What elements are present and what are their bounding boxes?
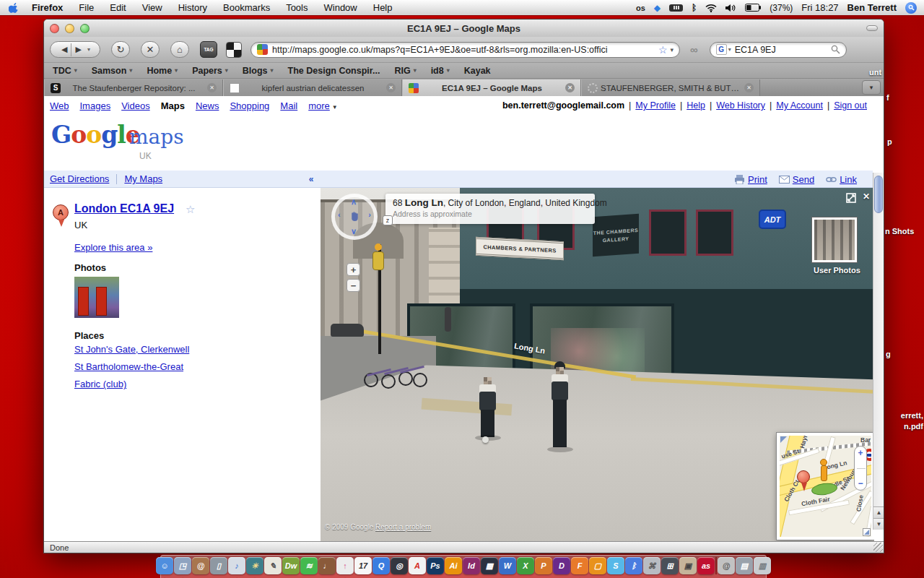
scrollbar-thumb[interactable] xyxy=(874,176,883,213)
url-text[interactable]: http://maps.google.co.uk/maps?q=EC1A+9EJ… xyxy=(272,45,655,55)
scroll-down-arrow[interactable]: ▼ xyxy=(873,518,884,530)
spotlight-icon[interactable] xyxy=(905,2,917,14)
bookmark-item[interactable]: Blogs xyxy=(243,66,274,76)
zoom-mode-button[interactable]: z xyxy=(383,215,393,225)
dock-icon-lastfm[interactable]: as xyxy=(697,557,715,578)
dock-icon-itunes[interactable]: ♪ xyxy=(228,557,245,578)
menu-tools[interactable]: Tools xyxy=(278,0,315,16)
dock-icon-ical[interactable]: 17 xyxy=(354,557,372,578)
menu-clock[interactable]: Fri 18:27 xyxy=(801,2,838,13)
dock-icon-bluetooth[interactable]: ᛒ xyxy=(625,557,642,578)
header-link[interactable]: Shopping xyxy=(230,100,269,111)
search-bar-value[interactable]: EC1A 9EJ xyxy=(735,45,831,55)
header-link[interactable]: Maps xyxy=(161,100,185,111)
device-battery-icon[interactable] xyxy=(669,4,683,12)
dock-icon-aperture[interactable]: ◎ xyxy=(391,557,408,578)
volume-icon[interactable] xyxy=(725,4,736,12)
overview-map[interactable]: Baruse StHayneLong LnMiddle StNewbury St… xyxy=(777,433,874,540)
tab-close-icon[interactable] xyxy=(565,83,575,92)
header-link[interactable]: more xyxy=(308,100,338,111)
dock-icon-flickr-uploadr[interactable]: ↑ xyxy=(336,557,354,578)
magnifier-icon[interactable] xyxy=(831,45,840,54)
report-problem-link[interactable]: Report a problem xyxy=(375,523,431,531)
desktop-icon-label[interactable]: p xyxy=(887,137,892,146)
dock-divider[interactable] xyxy=(715,557,717,578)
resize-grip[interactable] xyxy=(873,543,883,552)
pan-up-icon[interactable]: ∧ xyxy=(351,197,357,207)
search-bar[interactable]: G ▾ EC1A 9EJ xyxy=(710,42,847,58)
dock-icon-textedit[interactable]: ✎ xyxy=(264,557,282,578)
send-button[interactable]: Send xyxy=(779,174,814,185)
account-link[interactable]: My Account xyxy=(765,100,823,111)
title-bar[interactable]: EC1A 9EJ – Google Maps xyxy=(44,20,884,37)
result-star-icon[interactable]: ☆ xyxy=(186,203,195,216)
bookmark-item[interactable]: The Design Conspir... xyxy=(288,66,380,76)
menu-edit[interactable]: Edit xyxy=(102,0,134,16)
header-link[interactable]: Videos xyxy=(121,100,150,111)
fullscreen-icon[interactable] xyxy=(845,192,857,204)
dock-icon-spotify[interactable]: ≋ xyxy=(300,557,318,578)
dock-icon-iphoto[interactable]: ☀ xyxy=(246,557,263,578)
dock-icon-illustrator[interactable]: Ai xyxy=(445,557,462,578)
header-link[interactable]: News xyxy=(196,100,219,111)
dock-icon-stamp[interactable]: @ xyxy=(718,557,735,578)
photo-thumbnail[interactable] xyxy=(74,277,119,318)
stop-button[interactable]: ✕ xyxy=(141,41,160,58)
pan-right-icon[interactable]: › xyxy=(368,210,371,219)
get-directions-link[interactable]: Get Directions xyxy=(50,173,109,184)
reload-button[interactable]: ↻ xyxy=(111,41,130,58)
pan-down-icon[interactable]: ∨ xyxy=(351,227,357,236)
desktop-icon-label[interactable]: unt xyxy=(869,68,881,77)
browser-tab[interactable]: STAUFENBERGER, SMITH & BUTTE xyxy=(581,79,760,96)
dock-icon-garageband[interactable]: ♩ xyxy=(318,557,336,578)
tab-close-icon[interactable] xyxy=(386,83,396,92)
bluetooth-menu-icon[interactable]: ᛒ xyxy=(692,3,697,13)
account-link[interactable]: Sign out xyxy=(823,100,867,111)
browser-tab[interactable]: kipferl austrian delicatessen xyxy=(223,79,402,96)
dock-icon-calculator[interactable]: ⊞ xyxy=(661,557,679,578)
forward-icon[interactable]: ▶ xyxy=(71,45,84,54)
marker-pin-a[interactable]: A xyxy=(53,204,69,220)
bookmark-item[interactable]: id8 xyxy=(431,66,450,76)
browser-tab[interactable]: EC1A 9EJ – Google Maps xyxy=(402,79,581,96)
street-view-panorama[interactable]: CHAMBERS & PARTNERS THE CHAMBERS GALLERY… xyxy=(321,188,874,541)
dropbox-menu-icon[interactable]: ◆ xyxy=(654,3,661,13)
header-link[interactable]: Images xyxy=(80,100,111,111)
battery-icon[interactable] xyxy=(745,4,761,12)
account-link[interactable]: Web History xyxy=(705,100,765,111)
close-streetview-icon[interactable]: ✕ xyxy=(863,191,870,202)
minimap-marker-pin[interactable] xyxy=(797,470,810,483)
tag-button[interactable]: TAG xyxy=(200,41,217,58)
menu-view[interactable]: View xyxy=(134,0,170,16)
menu-window[interactable]: Window xyxy=(316,0,365,16)
dock-icon-word[interactable]: W xyxy=(499,557,516,578)
desktop-icon-label[interactable]: n Shots xyxy=(885,227,914,236)
menu-file[interactable]: File xyxy=(71,0,102,16)
dock-icon-acrobat[interactable]: A xyxy=(409,557,426,578)
pegman-icon[interactable] xyxy=(820,459,826,480)
dock-icon-skype[interactable]: S xyxy=(607,557,624,578)
url-bar[interactable]: http://maps.google.co.uk/maps?q=EC1A+9EJ… xyxy=(250,42,680,58)
zoom-in-button[interactable]: + xyxy=(346,263,360,276)
minimap-zoom-in[interactable]: + xyxy=(855,448,866,458)
explore-area-link[interactable]: Explore this area » xyxy=(74,242,152,253)
dock-icon-downloads[interactable]: ▤ xyxy=(736,557,753,578)
pano-navigation-control[interactable]: ∧ ∨ ‹ › xyxy=(331,194,378,240)
link-button[interactable]: Link xyxy=(826,174,857,185)
home-button[interactable]: ⌂ xyxy=(170,41,189,58)
dock-icon-trash[interactable]: ▥ xyxy=(754,557,771,578)
search-engine-icon[interactable]: G xyxy=(716,44,727,55)
account-link[interactable]: My Profile xyxy=(624,100,676,111)
scroll-up-arrow[interactable]: ▲ xyxy=(873,506,884,518)
desktop-icon-label[interactable]: errett, xyxy=(901,411,923,420)
menu-history[interactable]: History xyxy=(170,0,215,16)
header-link[interactable]: Web xyxy=(50,100,69,111)
minimap-collapse-icon[interactable] xyxy=(780,436,787,443)
dock-icon-powerpoint[interactable]: P xyxy=(535,557,552,578)
back-icon[interactable]: ◀ xyxy=(58,45,71,54)
minimap-resize-icon[interactable] xyxy=(863,528,871,536)
minimap-zoom-out[interactable]: − xyxy=(855,478,866,488)
url-dropdown-icon[interactable]: ▾ xyxy=(670,46,674,53)
menu-firefox[interactable]: Firefox xyxy=(24,0,71,16)
lastfm-menu-icon[interactable]: os xyxy=(636,4,645,12)
